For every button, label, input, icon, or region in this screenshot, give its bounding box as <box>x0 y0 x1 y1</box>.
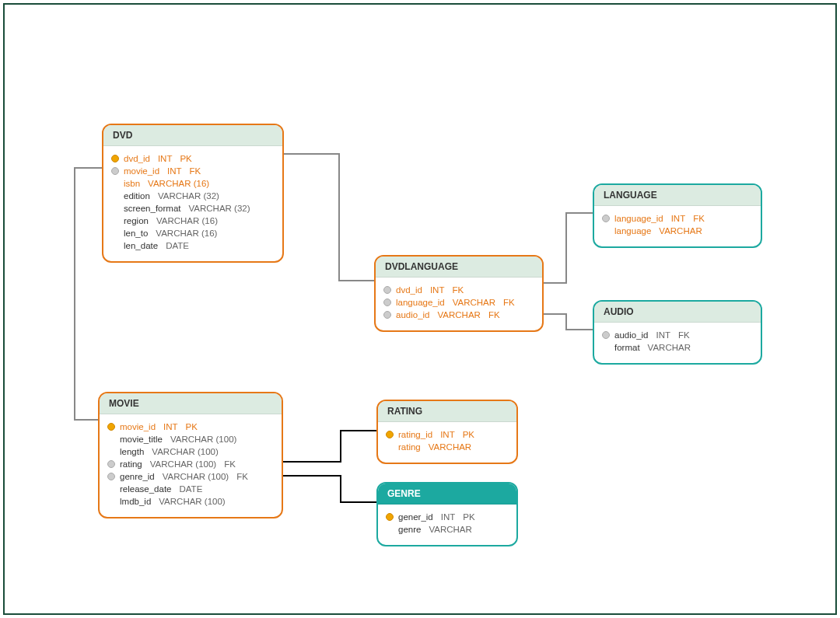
entity-body: dvd_idINTPKmovie_idINTFKisbnVARCHAR (16)… <box>103 146 282 261</box>
column-row: rating_idINTPK <box>386 428 509 441</box>
column-row: dvd_idINTFK <box>383 284 534 296</box>
column-type: INT <box>671 214 686 223</box>
column-name: lmdb_id <box>120 497 151 506</box>
entity-dvdlanguage[interactable]: DVDLANGUAGE dvd_idINTFKlanguage_idVARCHA… <box>374 255 544 332</box>
entity-body: gener_idINTPKgenreVARCHAR <box>378 505 516 545</box>
entity-body: language_idINTFKlanguageVARCHAR <box>594 206 761 246</box>
column-row: dvd_idINTPK <box>111 152 275 165</box>
entity-language[interactable]: LANGUAGE language_idINTFKlanguageVARCHAR <box>593 183 762 248</box>
primary-key-icon <box>386 513 394 521</box>
entity-movie[interactable]: MOVIE movie_idINTPKmovie_titleVARCHAR (1… <box>98 392 283 518</box>
column-constraint: FK <box>236 472 248 481</box>
column-row: editionVARCHAR (32) <box>111 190 275 202</box>
column-type: VARCHAR <box>648 343 691 352</box>
column-constraint: FK <box>488 310 500 319</box>
column-row: movie_idINTPK <box>107 421 274 433</box>
column-constraint: PK <box>180 154 191 163</box>
column-name: genre <box>398 525 421 534</box>
column-type: DATE <box>166 241 189 250</box>
column-name: movie_id <box>120 422 156 431</box>
entity-audio[interactable]: AUDIO audio_idINTFKformatVARCHAR <box>593 300 762 365</box>
column-name: format <box>614 343 640 352</box>
entity-body: movie_idINTPKmovie_titleVARCHAR (100)len… <box>100 414 282 517</box>
column-name: region <box>124 216 149 225</box>
column-name: gener_id <box>398 512 433 522</box>
column-name: rating_id <box>398 430 432 439</box>
column-type: VARCHAR (100) <box>170 435 236 444</box>
column-type: VARCHAR (16) <box>156 229 217 238</box>
entity-header: LANGUAGE <box>594 185 761 206</box>
foreign-key-icon <box>107 473 115 480</box>
column-type: INT <box>441 512 456 522</box>
entity-header: DVDLANGUAGE <box>376 257 542 278</box>
entity-body: audio_idINTFKformatVARCHAR <box>594 323 761 363</box>
column-type: VARCHAR (100) <box>163 472 229 481</box>
column-row: regionVARCHAR (16) <box>111 215 275 227</box>
column-name: audio_id <box>614 330 648 340</box>
column-name: movie_title <box>120 435 163 444</box>
column-type: VARCHAR <box>429 525 471 534</box>
column-row: ratingVARCHAR <box>386 441 509 453</box>
column-name: genre_id <box>120 472 155 481</box>
entity-header: GENRE <box>378 484 516 505</box>
primary-key-icon <box>386 431 394 438</box>
column-row: audio_idINTFK <box>602 329 753 341</box>
column-name: len_to <box>124 229 148 238</box>
foreign-key-icon <box>602 215 610 222</box>
column-row: language_idVARCHARFK <box>383 296 534 309</box>
column-name: language_id <box>396 298 445 307</box>
column-type: VARCHAR (16) <box>156 216 218 225</box>
column-row: lmdb_idVARCHAR (100) <box>107 495 274 508</box>
column-constraint: FK <box>190 166 201 176</box>
column-name: rating <box>398 442 421 452</box>
column-constraint: FK <box>693 214 705 223</box>
entity-header: DVD <box>103 125 282 146</box>
column-type: VARCHAR (100) <box>159 497 225 506</box>
column-row: gener_idINTPK <box>386 511 509 523</box>
column-row: movie_titleVARCHAR (100) <box>107 433 274 445</box>
column-name: edition <box>124 191 150 201</box>
column-name: release_date <box>120 484 172 494</box>
entity-dvd[interactable]: DVD dvd_idINTPKmovie_idINTFKisbnVARCHAR … <box>102 124 284 263</box>
column-type: VARCHAR (32) <box>158 191 219 201</box>
column-constraint: FK <box>503 298 515 307</box>
column-type: VARCHAR <box>429 442 471 452</box>
column-row: isbnVARCHAR (16) <box>111 177 275 190</box>
column-row: movie_idINTFK <box>111 165 275 177</box>
foreign-key-icon <box>111 167 119 175</box>
column-name: isbn <box>124 179 140 188</box>
column-type: VARCHAR (16) <box>148 179 209 188</box>
column-row: ratingVARCHAR (100)FK <box>107 458 274 470</box>
column-row: language_idINTFK <box>602 212 753 225</box>
entity-header: RATING <box>378 401 516 422</box>
column-name: movie_id <box>124 166 159 176</box>
foreign-key-icon <box>107 460 115 468</box>
column-row: len_toVARCHAR (16) <box>111 227 275 239</box>
column-row: genreVARCHAR <box>386 523 509 536</box>
foreign-key-icon <box>383 311 391 319</box>
column-type: VARCHAR <box>659 226 702 236</box>
primary-key-icon <box>107 423 115 431</box>
column-row: release_dateDATE <box>107 483 274 495</box>
column-type: INT <box>167 166 182 176</box>
column-row: lengthVARCHAR (100) <box>107 445 274 458</box>
column-type: INT <box>656 330 670 340</box>
column-row: formatVARCHAR <box>602 341 753 354</box>
entity-body: rating_idINTPKratingVARCHAR <box>378 422 516 463</box>
column-type: INT <box>163 422 178 431</box>
column-type: DATE <box>180 484 203 494</box>
column-type: INT <box>440 430 455 439</box>
column-name: dvd_id <box>396 285 422 295</box>
column-type: INT <box>430 285 445 295</box>
column-type: VARCHAR (100) <box>152 447 218 456</box>
column-constraint: PK <box>463 430 474 439</box>
column-name: length <box>120 447 144 456</box>
column-constraint: FK <box>452 285 464 295</box>
entity-genre[interactable]: GENRE gener_idINTPKgenreVARCHAR <box>376 482 518 546</box>
column-row: genre_idVARCHAR (100)FK <box>107 470 274 483</box>
entity-header: MOVIE <box>100 393 282 414</box>
column-name: len_date <box>124 241 158 250</box>
column-type: VARCHAR (32) <box>189 204 250 213</box>
column-type: VARCHAR (100) <box>150 459 216 469</box>
entity-rating[interactable]: RATING rating_idINTPKratingVARCHAR <box>376 400 518 464</box>
